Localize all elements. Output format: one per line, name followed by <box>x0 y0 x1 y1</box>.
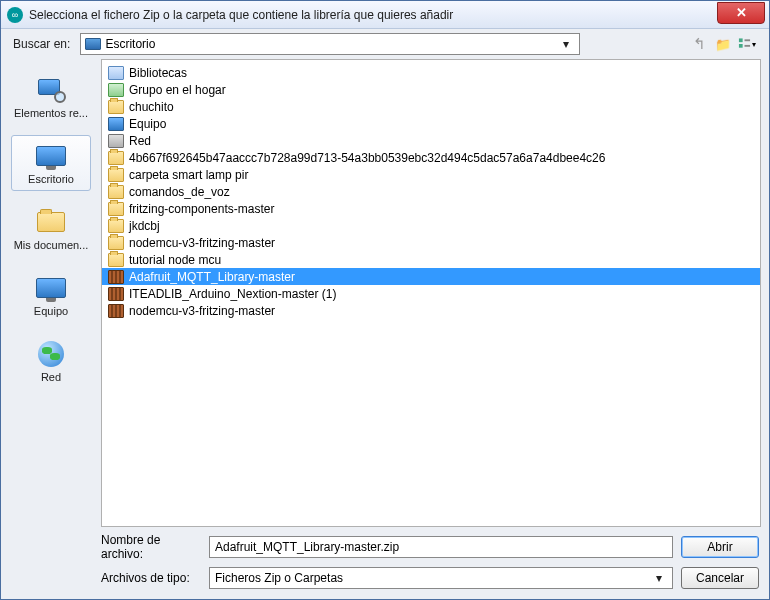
file-name: Equipo <box>129 117 166 131</box>
file-name: chuchito <box>129 100 174 114</box>
place-documents[interactable]: Mis documen... <box>11 201 91 257</box>
folder-icon <box>108 168 124 182</box>
file-name: fritzing-components-master <box>129 202 274 216</box>
recent-icon <box>38 79 64 101</box>
file-name: comandos_de_voz <box>129 185 230 199</box>
place-label: Red <box>12 371 90 383</box>
new-folder-button[interactable] <box>713 34 733 54</box>
file-row[interactable]: nodemcu-v3-fritzing-master <box>102 302 760 319</box>
folder-icon <box>37 212 65 232</box>
filetype-label: Archivos de tipo: <box>101 571 201 585</box>
lookin-value: Escritorio <box>105 37 155 51</box>
lib-icon <box>108 66 124 80</box>
close-button[interactable]: ✕ <box>717 2 765 24</box>
bottom-panel: Nombre de archivo: Abrir Archivos de tip… <box>1 527 769 599</box>
filename-label: Nombre de archivo: <box>101 533 201 561</box>
computer-icon <box>36 278 66 298</box>
toolbar: Buscar en: Escritorio ▾ ▾ <box>1 29 769 59</box>
desktop-icon <box>36 146 66 166</box>
folder-icon <box>108 185 124 199</box>
place-label: Equipo <box>12 305 90 317</box>
open-button[interactable]: Abrir <box>681 536 759 558</box>
mon-icon <box>108 117 124 131</box>
cancel-button[interactable]: Cancelar <box>681 567 759 589</box>
place-label: Escritorio <box>12 173 90 185</box>
chevron-down-icon: ▾ <box>557 35 575 53</box>
svg-rect-3 <box>745 45 751 47</box>
place-desktop[interactable]: Escritorio <box>11 135 91 191</box>
filetype-value: Ficheros Zip o Carpetas <box>215 571 343 585</box>
place-recent[interactable]: Elementos re... <box>11 69 91 125</box>
file-name: jkdcbj <box>129 219 160 233</box>
file-name: nodemcu-v3-fritzing-master <box>129 236 275 250</box>
file-dialog: Selecciona el fichero Zip o la carpeta q… <box>0 0 770 600</box>
file-row[interactable]: comandos_de_voz <box>102 183 760 200</box>
place-label: Mis documen... <box>12 239 90 251</box>
folder-icon <box>108 253 124 267</box>
file-name: ITEADLIB_Arduino_Nextion-master (1) <box>129 287 336 301</box>
zip-icon <box>108 287 124 301</box>
body-area: Elementos re... Escritorio Mis documen..… <box>1 59 769 527</box>
filename-input[interactable] <box>209 536 673 558</box>
zip-icon <box>108 304 124 318</box>
globe-icon <box>38 341 64 367</box>
window-title: Selecciona el fichero Zip o la carpeta q… <box>29 8 717 22</box>
arduino-icon <box>7 7 23 23</box>
group-icon <box>108 83 124 97</box>
file-name: tutorial node mcu <box>129 253 221 267</box>
file-row[interactable]: Grupo en el hogar <box>102 81 760 98</box>
svg-rect-1 <box>739 44 743 48</box>
svg-rect-2 <box>745 39 751 41</box>
lookin-label: Buscar en: <box>13 37 70 51</box>
file-row[interactable]: chuchito <box>102 98 760 115</box>
file-row[interactable]: ITEADLIB_Arduino_Nextion-master (1) <box>102 285 760 302</box>
folder-icon <box>108 219 124 233</box>
file-row[interactable]: Red <box>102 132 760 149</box>
file-name: nodemcu-v3-fritzing-master <box>129 304 275 318</box>
file-row[interactable]: nodemcu-v3-fritzing-master <box>102 234 760 251</box>
file-name: Bibliotecas <box>129 66 187 80</box>
folder-icon <box>108 100 124 114</box>
filetype-combo[interactable]: Ficheros Zip o Carpetas ▾ <box>209 567 673 589</box>
file-row[interactable]: Equipo <box>102 115 760 132</box>
folder-icon <box>108 151 124 165</box>
file-name: carpeta smart lamp pir <box>129 168 248 182</box>
view-menu-button[interactable]: ▾ <box>737 34 757 54</box>
file-name: Red <box>129 134 151 148</box>
file-row[interactable]: tutorial node mcu <box>102 251 760 268</box>
svg-rect-0 <box>739 38 743 42</box>
desktop-icon <box>85 38 101 50</box>
folder-icon <box>108 202 124 216</box>
toolbar-icons: ▾ <box>689 34 757 54</box>
place-computer[interactable]: Equipo <box>11 267 91 323</box>
file-name: 4b667f692645b47aaccc7b728a99d713-54a3bb0… <box>129 151 605 165</box>
places-bar: Elementos re... Escritorio Mis documen..… <box>5 59 97 527</box>
file-row[interactable]: carpeta smart lamp pir <box>102 166 760 183</box>
file-list[interactable]: BibliotecasGrupo en el hogarchuchitoEqui… <box>101 59 761 527</box>
file-row[interactable]: Adafruit_MQTT_Library-master <box>102 268 760 285</box>
file-name: Adafruit_MQTT_Library-master <box>129 270 295 284</box>
file-row[interactable]: 4b667f692645b47aaccc7b728a99d713-54a3bb0… <box>102 149 760 166</box>
file-row[interactable]: Bibliotecas <box>102 64 760 81</box>
file-row[interactable]: jkdcbj <box>102 217 760 234</box>
place-label: Elementos re... <box>12 107 90 119</box>
titlebar: Selecciona el fichero Zip o la carpeta q… <box>1 1 769 29</box>
file-row[interactable]: fritzing-components-master <box>102 200 760 217</box>
lookin-combo[interactable]: Escritorio ▾ <box>80 33 580 55</box>
place-network[interactable]: Red <box>11 333 91 389</box>
chevron-down-icon: ▾ <box>651 571 667 585</box>
folder-icon <box>108 236 124 250</box>
up-folder-button[interactable] <box>689 34 709 54</box>
zip-icon <box>108 270 124 284</box>
net-icon <box>108 134 124 148</box>
file-name: Grupo en el hogar <box>129 83 226 97</box>
